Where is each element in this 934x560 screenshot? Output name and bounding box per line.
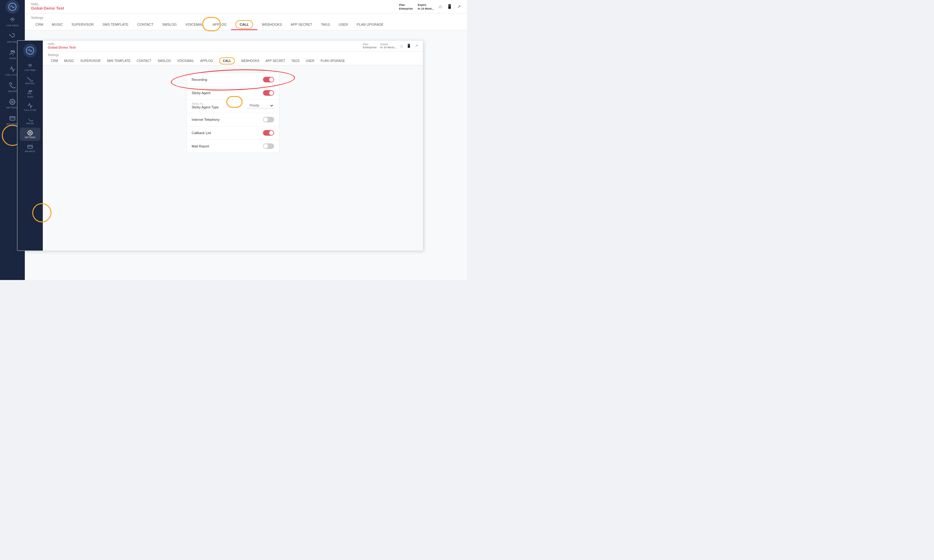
tab-crm-fg[interactable]: CRM <box>48 57 61 65</box>
mail-report-label-fg: Mail Report <box>191 144 209 148</box>
recording-row-fg: Recording <box>187 73 279 86</box>
logout-icon-bg[interactable]: ↗ <box>457 4 461 9</box>
home-icon-bg[interactable]: ⌂ <box>439 4 442 9</box>
sticky-type-select-fg[interactable]: Priority Round Robin <box>247 103 274 108</box>
topbar-fg: Hello, Gobal-Demo Test Plan Enterprise E… <box>43 41 423 51</box>
mobile-icon-fg[interactable]: 📱 <box>406 44 411 48</box>
svg-point-3 <box>12 101 13 103</box>
hello-text-fg: Hello, <box>48 42 76 46</box>
sticky-agent-type-row-fg: Sticky Ty... Sticky Agent Type Priority … <box>187 100 279 113</box>
tab-applog-fg[interactable]: APPLOG <box>197 57 216 65</box>
tab-voicemail-bg[interactable]: VOICEMAIL <box>181 20 208 30</box>
nav-tabs-fg: CRM MUSIC SUPERVISOR SMS TEMPLATE CONTAC… <box>43 57 423 65</box>
tab-smslog-fg[interactable]: SMSLOG <box>154 57 174 65</box>
tab-plan-upgrade-fg[interactable]: PLAN UPGRADE <box>318 57 348 65</box>
tab-voicemail-fg[interactable]: VOICEMAIL <box>174 57 197 65</box>
plan-info-bg: PlanEnterprise <box>399 3 413 10</box>
svg-point-2 <box>13 51 15 52</box>
tab-user-fg[interactable]: USER <box>303 57 318 65</box>
topbar-right-bg: PlanEnterprise ExpireIn 10 Mont... ⌂ 📱 ↗ <box>399 3 461 10</box>
tab-crm-bg[interactable]: CRM <box>31 20 48 30</box>
tab-music-bg[interactable]: MUSIC <box>48 20 67 30</box>
tab-supervisor-bg[interactable]: SUPERVISOR <box>67 20 98 30</box>
company-name-fg: Gobal-Demo Test <box>48 46 76 49</box>
tab-contact-bg[interactable]: CONTACT <box>133 20 157 30</box>
tab-app-secret-bg[interactable]: APP SECRET <box>286 20 316 30</box>
content-area-fg: Recording Sticky Agent Sticky Ty... Stic… <box>43 65 423 251</box>
tab-smslog-bg[interactable]: SMSLOG <box>158 20 181 30</box>
mobile-icon-bg[interactable]: 📱 <box>447 4 452 9</box>
internet-telephony-row-fg: Internet Telephony <box>187 113 279 126</box>
sidebar-item-live-feed-bg[interactable]: LIVE FEED <box>0 14 25 30</box>
logo-area-bg <box>6 0 19 14</box>
tab-sms-template-bg[interactable]: SMS TEMPLATE <box>98 20 133 30</box>
svg-point-8 <box>31 91 32 92</box>
logo-icon-fg <box>23 44 37 57</box>
nav-tabs-bg: CRM MUSIC SUPERVISOR SMS TEMPLATE CONTAC… <box>25 20 467 30</box>
topbar-right-fg: Plan Enterprise Expire In 10 Mont... ⌂ 📱… <box>363 43 418 49</box>
mail-report-toggle-fg[interactable] <box>263 143 274 149</box>
callback-list-label-fg: Callback List <box>191 131 211 135</box>
callback-list-toggle-fg[interactable] <box>263 130 274 136</box>
home-icon-fg[interactable]: ⌂ <box>400 43 403 48</box>
svg-rect-10 <box>28 145 32 149</box>
mail-report-row-fg: Mail Report <box>187 140 279 153</box>
sidebar-item-settings-fg[interactable]: SETTINGS <box>20 128 40 141</box>
svg-rect-4 <box>10 117 15 120</box>
logo-area-fg <box>17 41 43 60</box>
hello-text-bg: Hello, <box>31 3 64 6</box>
tab-applog-bg[interactable]: APPLOG <box>208 20 231 30</box>
sticky-agent-label-fg: Sticky Agent <box>191 91 210 95</box>
company-name-bg: Gobal-Demo Test <box>31 6 64 11</box>
sticky-agent-row-fg: Sticky Agent <box>187 86 279 100</box>
tab-contact-fg[interactable]: CONTACT <box>134 57 155 65</box>
expire-info-bg: ExpireIn 10 Mont... <box>418 3 434 10</box>
internet-telephony-toggle-fg[interactable] <box>263 117 274 122</box>
tab-music-fg[interactable]: MUSIC <box>61 57 77 65</box>
tab-call-fg[interactable]: CALL <box>216 57 238 65</box>
sticky-agent-type-label-fg: Sticky Agent Type <box>191 105 219 109</box>
tab-user-bg[interactable]: USER <box>334 20 353 30</box>
tab-plan-upgrade-bg[interactable]: PLAN UPGRADE <box>352 20 387 30</box>
sticky-agent-toggle-fg[interactable] <box>263 90 274 96</box>
callback-list-row-fg: Callback List <box>187 126 279 140</box>
tab-sms-template-fg[interactable]: SMS TEMPLATE <box>103 57 133 65</box>
svg-point-7 <box>29 91 30 92</box>
logout-icon-fg[interactable]: ↗ <box>415 44 418 48</box>
sidebar-item-balance-fg[interactable]: BALANCE <box>17 142 43 155</box>
tab-call-bg[interactable]: CALL <box>231 20 257 30</box>
sidebar-item-live-feed-fg[interactable]: LIVE FEED <box>17 60 43 74</box>
tab-tags-fg[interactable]: TAGS <box>288 57 303 65</box>
settings-label-fg: Settings <box>43 51 423 57</box>
plan-info-fg: Plan Enterprise <box>363 43 377 49</box>
recording-toggle-fg[interactable] <box>263 77 274 82</box>
settings-label-bg: Settings <box>25 13 467 20</box>
main-content-fg: Hello, Gobal-Demo Test Plan Enterprise E… <box>43 41 423 251</box>
tab-tags-bg[interactable]: TAGS <box>316 20 334 30</box>
call-tab-circle-fg[interactable]: CALL <box>219 57 235 65</box>
tab-webhooks-bg[interactable]: WEBHOOKS <box>257 20 286 30</box>
topbar-bg: Hello, Gobal-Demo Test PlanEnterprise Ex… <box>25 0 467 13</box>
sidebar-item-dialer-fg[interactable]: DIALER <box>17 114 43 127</box>
expire-info-fg: Expire In 10 Mont... <box>380 43 397 49</box>
logo-icon-bg <box>6 0 19 14</box>
call-settings-card-fg: Recording Sticky Agent Sticky Ty... Stic… <box>186 73 279 153</box>
sidebar-fg: LIVE FEED HISTORY TEAM CALL FLOW <box>17 41 43 251</box>
tab-supervisor-fg[interactable]: SUPERVISOR <box>77 57 103 65</box>
sidebar-item-call-flow-fg[interactable]: CALL FLOW <box>17 100 43 114</box>
tab-webhooks-fg[interactable]: WEBHOOKS <box>238 57 262 65</box>
svg-point-1 <box>11 51 12 52</box>
tab-app-secret-fg[interactable]: APP SECRET <box>262 57 288 65</box>
foreground-window: LIVE FEED HISTORY TEAM CALL FLOW <box>17 40 423 251</box>
svg-point-9 <box>29 132 31 134</box>
internet-telephony-label-fg: Internet Telephony <box>191 118 219 122</box>
recording-label-fg: Recording <box>191 78 207 82</box>
sidebar-item-history-fg[interactable]: HISTORY <box>17 74 43 87</box>
sidebar-item-team-fg[interactable]: TEAM <box>17 87 43 100</box>
sticky-type-small-fg: Sticky Ty... <box>191 102 219 105</box>
